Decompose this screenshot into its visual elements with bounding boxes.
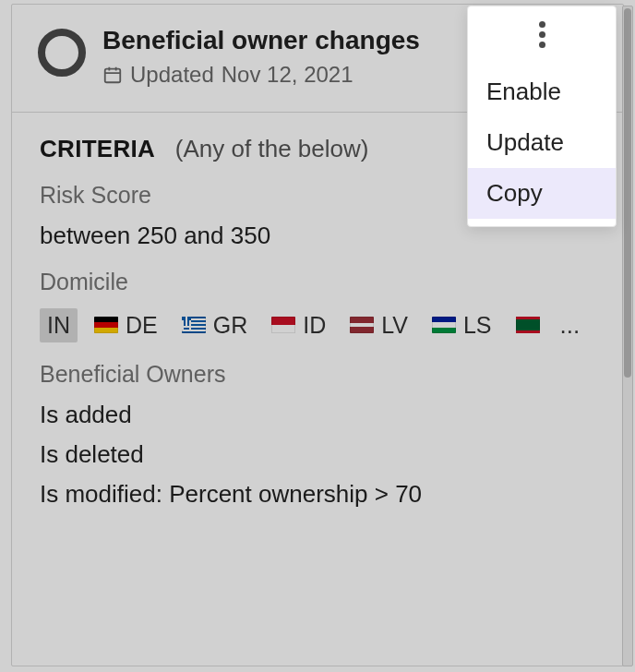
domicile-code: ID <box>303 312 326 339</box>
domicile-chip[interactable]: GR <box>174 308 256 342</box>
domicile-row: INDEGRIDLVLS... <box>40 308 595 342</box>
domicile-code: LV <box>381 312 408 339</box>
svg-rect-0 <box>105 68 121 82</box>
beneficial-owner-condition: Is added <box>40 401 595 429</box>
calendar-icon <box>102 65 123 85</box>
beneficial-owner-condition: Is deleted <box>40 440 595 469</box>
updated-date: Nov 12, 2021 <box>222 62 353 88</box>
domicile-overflow[interactable]: ... <box>557 311 581 340</box>
flag-icon <box>350 317 374 333</box>
domicile-chip[interactable]: LS <box>425 308 499 342</box>
scrollbar-track[interactable] <box>622 6 633 666</box>
domicile-code: GR <box>213 312 248 339</box>
criteria-label: CRITERIA <box>40 135 155 162</box>
flag-icon <box>94 317 118 333</box>
domicile-code: IN <box>47 312 70 339</box>
scrollbar-thumb[interactable] <box>624 8 631 378</box>
flag-icon <box>432 317 456 333</box>
domicile-chip[interactable]: ID <box>264 308 333 342</box>
actions-menu: EnableUpdateCopy <box>467 6 617 227</box>
domicile-code: LS <box>463 312 492 339</box>
updated-prefix: Updated <box>130 62 214 88</box>
domicile-code: DE <box>126 312 158 339</box>
domicile-chip[interactable]: IN <box>40 308 78 342</box>
kebab-icon <box>468 21 616 66</box>
domicile-chip[interactable] <box>509 313 547 337</box>
flag-icon <box>516 317 540 333</box>
menu-item-enable[interactable]: Enable <box>468 66 616 117</box>
menu-item-update[interactable]: Update <box>468 117 616 168</box>
flag-icon <box>182 317 206 333</box>
beneficial-owner-condition: Is modified: Percent ownership > 70 <box>40 480 595 509</box>
status-indicator-icon <box>38 29 86 77</box>
flag-icon <box>271 317 295 333</box>
domicile-chip[interactable]: DE <box>87 308 165 342</box>
domicile-chip[interactable]: LV <box>342 308 415 342</box>
beneficial-owners-list: Is addedIs deletedIs modified: Percent o… <box>40 401 595 509</box>
menu-item-copy[interactable]: Copy <box>468 168 616 219</box>
criteria-qualifier: (Any of the below) <box>175 135 369 162</box>
beneficial-owners-label: Beneficial Owners <box>40 361 595 388</box>
domicile-label: Domicile <box>40 269 595 295</box>
